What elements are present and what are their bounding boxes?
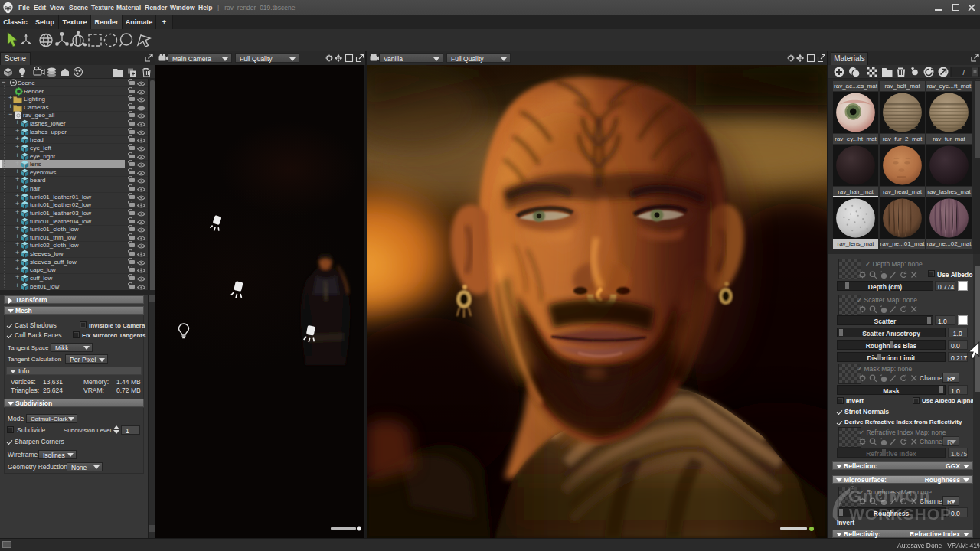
svg-text:- /: - / (959, 69, 965, 77)
